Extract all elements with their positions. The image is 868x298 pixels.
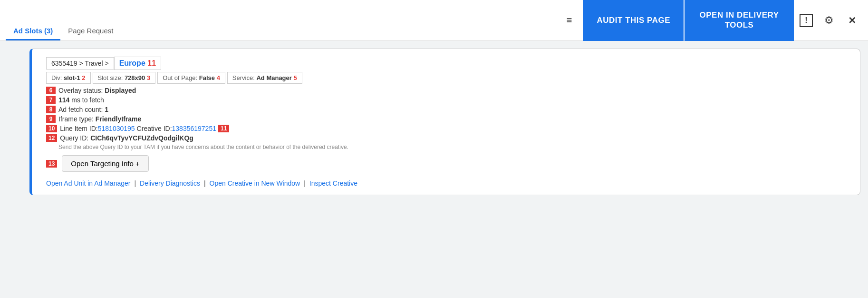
breadcrumb: 6355419 > Travel > (46, 57, 114, 70)
card-inner: 6355419 > Travel > Europe 11 Div: slot-1… (46, 57, 850, 187)
tabs-row: Ad Slots (3) Page Request (6, 23, 282, 40)
sep-1: | (134, 179, 136, 187)
settings-icon: ⚙ (824, 14, 834, 27)
row-line-item-creative: 10 Line Item ID: 5181030195 Creative ID:… (46, 125, 850, 132)
footer-links: Open Ad Unit in Ad Manager | Delivery Di… (46, 179, 850, 187)
row-fetch-count: 8 Ad fetch count: 1 (46, 106, 850, 113)
slot-title: Europe 11 (114, 57, 161, 70)
open-creative-new-window-link[interactable]: Open Creative in New Window (210, 179, 300, 187)
slot-title-num-val: 1 (152, 59, 156, 67)
creative-id-link[interactable]: 138356197251 (172, 125, 216, 132)
audit-this-page-button[interactable]: AUDIT THIS PAGE (583, 0, 684, 41)
open-targeting-info-button[interactable]: Open Targeting Info + (62, 155, 148, 172)
row-10-num: 10 (46, 125, 57, 132)
slot-title-text: Europe (119, 59, 145, 67)
tab-page-request-label: Page Request (68, 27, 113, 35)
pill-div-label: Div: (51, 74, 64, 81)
open-ad-unit-link[interactable]: Open Ad Unit in Ad Manager (46, 179, 130, 187)
pill-oop-num: 4 (217, 74, 220, 81)
pill-out-of-page: Out of Page: False 4 (157, 72, 225, 84)
pill-slot-size-value: 728x90 (125, 74, 145, 81)
pill-slot-size-num: 3 (147, 74, 150, 81)
row-8-text: Ad fetch count: 1 (58, 106, 108, 113)
pill-service: Service: Ad Manager 5 (227, 72, 302, 84)
toolbar: Ad Slots (3) Page Request ≡ AUDIT THIS P… (0, 0, 868, 41)
tabs-area: Ad Slots (3) Page Request (6, 0, 282, 40)
row-12-num: 12 (46, 134, 57, 142)
delivery-btn-line1: OPEN IN DELIVERY (699, 10, 779, 20)
feedback-icon: ! (800, 14, 813, 27)
row-7-num: 7 (46, 96, 56, 104)
hamburger-button[interactable]: ≡ (559, 10, 579, 31)
row-11-num: 11 (218, 125, 229, 132)
pill-div-value: slot-1 (64, 74, 80, 81)
info-pills-row: Div: slot-1 2 Slot size: 728x90 3 Out of… (46, 72, 850, 84)
query-id-value: CICh6qvTyvYCFUZdvQodgilKQg (90, 134, 193, 142)
pill-div: Div: slot-1 2 (46, 72, 91, 84)
row-overlay-status: 6 Overlay status: Displayed (46, 87, 850, 94)
line-item-id-link[interactable]: 5181030195 (98, 125, 135, 132)
pill-oop-value: False (199, 74, 215, 81)
breadcrumb-title-row: 6355419 > Travel > Europe 11 (46, 57, 850, 70)
feedback-button[interactable]: ! (796, 10, 817, 31)
pill-service-num: 5 (293, 74, 297, 81)
pill-oop-label: Out of Page: (163, 74, 199, 81)
delivery-btn-line2: TOOLS (725, 20, 754, 30)
targeting-row: 13 Open Targeting Info + (46, 155, 850, 172)
row-6-num: 6 (46, 87, 56, 94)
pill-service-label: Service: (232, 74, 257, 81)
tab-ad-slots[interactable]: Ad Slots (3) (6, 23, 60, 40)
row-12-text: Query ID: CICh6qvTyvYCFUZdvQodgilKQg (60, 134, 193, 142)
row-8-num: 8 (46, 106, 56, 113)
row-9-num: 9 (46, 115, 56, 123)
row-iframe-type: 9 Iframe type: FriendlyIframe (46, 115, 850, 123)
row-10-text: Line Item ID: (60, 125, 97, 132)
close-button[interactable]: ✕ (841, 10, 862, 31)
targeting-btn-label: Open Targeting Info + (71, 159, 139, 168)
pill-div-num: 2 (82, 74, 85, 81)
slot-title-num: 1 (147, 59, 152, 67)
settings-button[interactable]: ⚙ (819, 10, 839, 31)
sep-3: | (304, 179, 306, 187)
pill-slot-size: Slot size: 728x90 3 (93, 72, 156, 84)
open-in-delivery-tools-button[interactable]: OPEN IN DELIVERY TOOLS (685, 0, 794, 41)
ad-slot-card: 6355419 > Travel > Europe 11 Div: slot-1… (29, 49, 860, 195)
close-icon: ✕ (848, 15, 856, 26)
pill-slot-size-label: Slot size: (98, 74, 125, 81)
pill-service-value: Ad Manager (256, 74, 291, 81)
query-note: Send the above Query ID to your TAM if y… (58, 144, 850, 150)
sep-2: | (204, 179, 206, 187)
ad-slot-wrapper: 1 6355419 > Travel > Europe 11 Div: slot… (8, 49, 860, 195)
row-query-id: 12 Query ID: CICh6qvTyvYCFUZdvQodgilKQg (46, 134, 850, 142)
row-6-text: Overlay status: Displayed (58, 87, 136, 94)
hamburger-icon: ≡ (567, 15, 572, 26)
row-9-text: Iframe type: FriendlyIframe (58, 115, 141, 123)
tab-page-request[interactable]: Page Request (60, 23, 121, 40)
tab-ad-slots-label: Ad Slots (3) (13, 27, 53, 35)
row-10-creative-label: Creative ID: (137, 125, 172, 132)
audit-btn-label: AUDIT THIS PAGE (597, 16, 670, 25)
main-content: 1 6355419 > Travel > Europe 11 Div: slot… (0, 41, 868, 203)
inspect-creative-link[interactable]: Inspect Creative (309, 179, 357, 187)
row-7-text: 114 ms to fetch (58, 96, 104, 104)
delivery-diagnostics-link[interactable]: Delivery Diagnostics (140, 179, 200, 187)
row-13-num: 13 (46, 160, 57, 168)
row-fetch-time: 7 114 ms to fetch (46, 96, 850, 104)
